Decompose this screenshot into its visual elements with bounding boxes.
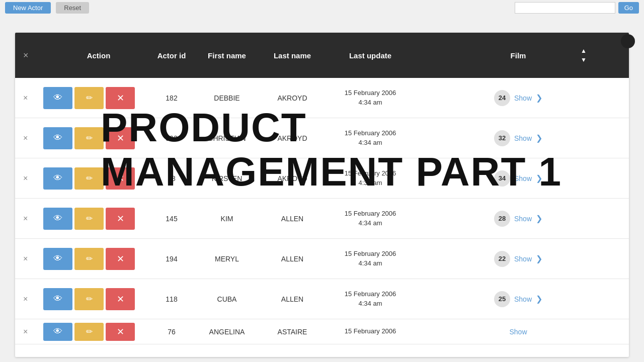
column-last-update-header: Last update [325, 51, 416, 60]
delete-button[interactable]: ✕ [106, 323, 135, 341]
eye-icon: 👁 [53, 93, 62, 103]
chevron-right-icon[interactable]: ❯ [536, 294, 542, 304]
view-button[interactable]: 👁 [43, 288, 72, 310]
show-link[interactable]: Show [514, 94, 532, 102]
chevron-right-icon[interactable]: ❯ [536, 173, 542, 183]
search-button[interactable]: Go [618, 2, 639, 14]
table-header: × Action Actor id First name Last name L… [15, 33, 629, 78]
first-name-cell: DEBBIE [194, 94, 260, 102]
sort-up-button[interactable]: ▲ [579, 47, 589, 54]
last-update-cell: 15 February 2006 4:34 am [325, 290, 416, 308]
show-link[interactable]: Show [514, 134, 532, 142]
edit-button[interactable]: ✏ [74, 323, 104, 341]
view-button[interactable]: 👁 [43, 248, 72, 270]
edit-button[interactable]: ✏ [74, 288, 104, 310]
eye-icon: 👁 [53, 213, 62, 224]
film-section: 34 Show ❯ [416, 170, 621, 187]
film-section: Show [416, 328, 621, 336]
delete-button[interactable]: ✕ [106, 208, 135, 230]
row-close-icon[interactable]: × [23, 94, 38, 103]
eye-icon: 👁 [53, 253, 62, 264]
column-last-name-header: Last name [260, 51, 325, 60]
last-update-cell: 15 February 2006 4:34 am [325, 209, 416, 227]
show-link[interactable]: Show [514, 255, 532, 263]
edit-button[interactable]: ✏ [74, 167, 104, 190]
row-close-icon[interactable]: × [23, 214, 38, 223]
show-link[interactable]: Show [509, 328, 527, 336]
pencil-icon: ✏ [86, 133, 93, 143]
film-count-badge: 25 [494, 291, 510, 307]
actor-id-cell: 194 [149, 255, 194, 263]
chevron-right-icon[interactable]: ❯ [536, 254, 542, 263]
delete-button[interactable]: ✕ [106, 248, 135, 270]
last-update-cell: 15 February 2006 [325, 327, 416, 336]
reset-button[interactable]: Reset [56, 2, 89, 14]
row-close-icon[interactable]: × [23, 295, 38, 304]
row-close-icon[interactable]: × [23, 134, 38, 143]
dark-circle-indicator [621, 34, 635, 48]
action-buttons: 👁 ✏ ✕ [38, 323, 149, 341]
first-name-cell: ANGELINA [194, 328, 260, 336]
delete-button[interactable]: ✕ [106, 127, 135, 149]
edit-button[interactable]: ✏ [74, 248, 104, 270]
last-name-cell: AKROYD [260, 174, 325, 183]
table-row: × 👁 ✏ ✕ 118 CUBA ALLEN 15 February 2006 … [15, 279, 629, 319]
action-buttons: 👁 ✏ ✕ [38, 87, 149, 109]
chevron-right-icon[interactable]: ❯ [536, 93, 542, 103]
header-close-icon[interactable]: × [23, 50, 38, 61]
delete-button[interactable]: ✕ [106, 288, 135, 310]
last-name-cell: ALLEN [260, 295, 325, 303]
show-link[interactable]: Show [514, 295, 532, 303]
times-icon: ✕ [117, 294, 124, 305]
column-actor-id-header: Actor id [149, 51, 194, 60]
edit-button[interactable]: ✏ [74, 87, 104, 109]
times-icon: ✕ [117, 133, 124, 144]
row-close-icon[interactable]: × [23, 254, 38, 263]
table-row: × 👁 ✏ ✕ 145 KIM ALLEN 15 February 2006 4… [15, 199, 629, 239]
delete-button[interactable]: ✕ [106, 167, 135, 190]
chevron-right-icon[interactable]: ❯ [536, 214, 542, 223]
last-name-cell: ASTAIRE [260, 328, 325, 336]
search-input[interactable] [515, 2, 615, 14]
film-section: 24 Show ❯ [416, 90, 621, 106]
first-name-cell: CUBA [194, 295, 260, 303]
pencil-icon: ✏ [86, 254, 93, 263]
row-close-icon[interactable]: × [23, 174, 38, 183]
edit-button[interactable]: ✏ [74, 208, 104, 230]
last-update-cell: 15 February 2006 4:34 am [325, 88, 416, 107]
action-buttons: 👁 ✏ ✕ [38, 248, 149, 270]
view-button[interactable]: 👁 [43, 87, 72, 109]
show-link[interactable]: Show [514, 174, 532, 183]
film-count-badge: 24 [494, 90, 510, 106]
edit-button[interactable]: ✏ [74, 127, 104, 149]
column-first-name-header: First name [194, 51, 260, 60]
view-button[interactable]: 👁 [43, 127, 72, 149]
pencil-icon: ✏ [86, 93, 93, 103]
table-row: × 👁 ✏ ✕ 194 MERYL ALLEN 15 February 2006… [15, 239, 629, 279]
view-button[interactable]: 👁 [43, 323, 72, 341]
last-update-cell: 15 February 2006 4:34 am [325, 249, 416, 267]
view-button[interactable]: 👁 [43, 167, 72, 190]
view-button[interactable]: 👁 [43, 208, 72, 230]
chevron-right-icon[interactable]: ❯ [536, 133, 542, 143]
eye-icon: 👁 [53, 133, 62, 143]
actor-id-cell: 76 [149, 328, 194, 336]
new-actor-button[interactable]: New Actor [5, 2, 51, 14]
sort-down-button[interactable]: ▼ [579, 56, 589, 63]
film-count-badge: 32 [494, 130, 510, 146]
times-icon: ✕ [117, 213, 124, 224]
row-close-icon[interactable]: × [23, 327, 38, 336]
film-section: 28 Show ❯ [416, 211, 621, 227]
film-count-badge: 34 [494, 170, 510, 187]
actor-id-cell: 145 [149, 215, 194, 223]
eye-icon: 👁 [53, 294, 62, 304]
show-link[interactable]: Show [514, 215, 532, 223]
last-name-cell: ALLEN [260, 255, 325, 263]
sort-arrows: ▲ ▼ [579, 33, 589, 78]
times-icon: ✕ [117, 173, 124, 184]
times-icon: ✕ [117, 326, 124, 337]
delete-button[interactable]: ✕ [106, 87, 135, 109]
pencil-icon: ✏ [86, 173, 93, 183]
action-buttons: 👁 ✏ ✕ [38, 167, 149, 190]
pencil-icon: ✏ [86, 327, 93, 336]
